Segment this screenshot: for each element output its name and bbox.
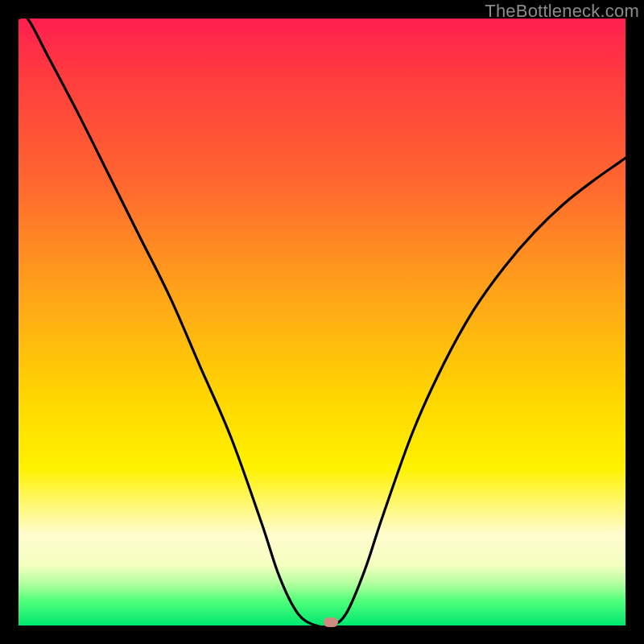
chart-frame: TheBottleneck.com [0,0,644,644]
bottleneck-curve [19,19,625,625]
plot-area [19,19,625,625]
min-point-dot [324,617,338,627]
watermark-text: TheBottleneck.com [485,1,639,22]
